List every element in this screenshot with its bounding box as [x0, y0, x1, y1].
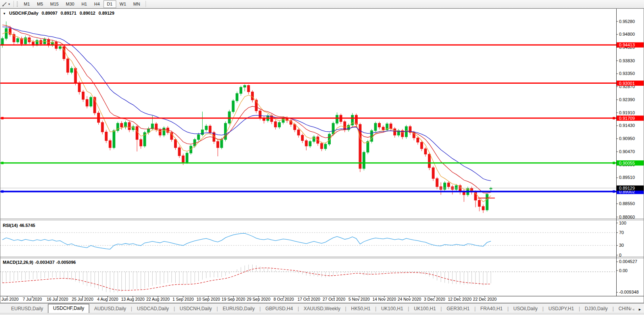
chart-window[interactable]: 0.952800.948000.943200.938300.933500.928… [0, 8, 644, 303]
svg-text:30: 30 [619, 243, 624, 248]
svg-text:4 Aug 2020: 4 Aug 2020 [97, 297, 118, 302]
timeframe-button-mn[interactable]: MN [130, 0, 144, 8]
svg-text:100: 100 [619, 221, 626, 225]
svg-text:17 Oct 2020: 17 Oct 2020 [297, 297, 320, 302]
timeframe-button-m30[interactable]: M30 [62, 0, 78, 8]
chart-tab-ger30[interactable]: GER30,H1 [442, 305, 474, 313]
chart-tab-usdjpy[interactable]: USDJPY,H1 [544, 305, 579, 313]
svg-text:0.88060: 0.88060 [619, 215, 635, 219]
macd-histogram [2, 265, 491, 292]
chart-tab-usdcad[interactable]: USDCAD,Daily [132, 305, 174, 313]
svg-text:25 Jul 2020: 25 Jul 2020 [72, 297, 93, 302]
svg-text:0.94413: 0.94413 [619, 42, 635, 47]
svg-text:12 Dec 2020: 12 Dec 2020 [448, 297, 472, 302]
current-price-label: 0.89129 [617, 186, 644, 191]
svg-text:19 Sep 2020: 19 Sep 2020 [222, 297, 245, 302]
chart-title: ▼ USDCHF,Daily 0.89097 0.89171 0.89012 0… [3, 11, 116, 15]
svg-text:3 Dec 2020: 3 Dec 2020 [424, 297, 445, 302]
svg-text:0.93001: 0.93001 [619, 81, 635, 86]
svg-text:0.93830: 0.93830 [619, 58, 635, 63]
tab-scroll-right-icon[interactable]: ► [638, 308, 642, 311]
svg-text:0.92390: 0.92390 [619, 97, 635, 102]
timeframe-button-w1[interactable]: W1 [116, 0, 130, 8]
chart-tab-eurusd[interactable]: EURUSD,Daily [6, 305, 48, 313]
svg-text:27 Oct 2020: 27 Oct 2020 [323, 297, 345, 302]
svg-text:29 Sep 2020: 29 Sep 2020 [247, 297, 270, 302]
timeframe-button-m15[interactable]: M15 [47, 0, 62, 8]
svg-text:5 Nov 2020: 5 Nov 2020 [349, 297, 370, 302]
rsi-line [2, 233, 491, 249]
rsi-axis[interactable]: 10070300 [616, 221, 626, 257]
ohlc-low: 0.89012 [80, 11, 96, 15]
ma-mid-line [2, 25, 491, 193]
svg-text:0.91709: 0.91709 [619, 116, 635, 121]
svg-text:0.90950: 0.90950 [619, 136, 635, 141]
svg-text:27 Jun 2020: 27 Jun 2020 [0, 297, 19, 302]
symbol-label: USDCHF,Daily [9, 11, 38, 15]
svg-text:0.95280: 0.95280 [619, 19, 635, 24]
chart-tab-xauusd[interactable]: XAUUSD,Weekly [299, 305, 345, 313]
ohlc-open: 0.89097 [42, 11, 58, 15]
svg-text:22 Dec 2020: 22 Dec 2020 [473, 297, 497, 302]
tool-dropdown-caret[interactable]: ▾ [8, 2, 10, 6]
horizontal-line-0.91709[interactable]: 0.91709 [0, 115, 644, 121]
chart-canvas[interactable]: 0.952800.948000.943200.938300.933500.928… [0, 8, 644, 303]
crosshair-pencil-icon [2, 1, 8, 7]
horizontal-line-0.94413[interactable]: 0.94413 [0, 42, 644, 48]
ma-slow-line [2, 27, 491, 181]
timeframe-button-m5[interactable]: M5 [33, 0, 46, 8]
horizontal-line-0.90055[interactable]: 0.90055 [0, 160, 644, 165]
svg-text:7 Jul 2020: 7 Jul 2020 [23, 297, 42, 302]
horizontal-line-0.89002[interactable]: 0.89002 [0, 189, 644, 194]
toolbar-grip[interactable] [17, 2, 18, 7]
svg-text:0.93350: 0.93350 [619, 71, 635, 76]
svg-text:14 Nov 2020: 14 Nov 2020 [372, 297, 396, 302]
svg-text:0.90055: 0.90055 [619, 161, 635, 165]
date-axis[interactable]: 27 Jun 20207 Jul 202016 Jul 202025 Jul 2… [0, 296, 497, 302]
svg-text:0.89129: 0.89129 [619, 186, 635, 190]
chart-tab-china300[interactable]: CHINA300,H1 [614, 305, 631, 313]
horizontal-line-0.93001[interactable]: 0.93001 [0, 81, 644, 86]
chart-tab-usoil[interactable]: USOil,Daily [509, 305, 542, 313]
svg-text:24 Nov 2020: 24 Nov 2020 [398, 297, 422, 302]
chart-tab-hk50[interactable]: HK50,H1 [346, 305, 375, 313]
svg-text:0.88550: 0.88550 [619, 201, 635, 206]
svg-text:0.91910: 0.91910 [619, 110, 635, 115]
svg-text:0.00: 0.00 [619, 268, 627, 273]
svg-text:10 Sep 2020: 10 Sep 2020 [196, 297, 220, 302]
svg-text:0.004527: 0.004527 [619, 259, 637, 264]
svg-text:0.91430: 0.91430 [619, 123, 635, 128]
svg-text:0.90470: 0.90470 [619, 149, 635, 154]
toolbar-separator [146, 1, 146, 7]
chart-tab-uk100[interactable]: UK100,H1 [409, 305, 441, 313]
chart-tab-uk100[interactable]: UK100,H1 [376, 305, 408, 313]
top-toolbar: ▾ M1M5M15M30H1H4D1W1MN [0, 0, 644, 8]
svg-text:1 Sep 2020: 1 Sep 2020 [172, 297, 194, 302]
svg-text:0.94800: 0.94800 [619, 32, 635, 36]
timeframe-button-h1[interactable]: H1 [78, 0, 90, 8]
ma-fast-line [2, 32, 491, 202]
svg-text:16 Jul 2020: 16 Jul 2020 [47, 297, 68, 302]
chart-tab-usdcnh[interactable]: USDCNH,Daily [175, 305, 217, 313]
timeframe-button-m1[interactable]: M1 [20, 0, 33, 8]
chart-tab-audusd[interactable]: AUDUSD,Daily [89, 305, 131, 313]
timeframe-button-h4[interactable]: H4 [90, 0, 103, 8]
chart-tab-gbpusd[interactable]: GBPUSD,H4 [261, 305, 297, 313]
draw-tool-button[interactable]: ▾ [0, 0, 12, 8]
tab-scroll-left-icon[interactable]: ◄ [631, 308, 635, 311]
chart-tab-eurusd[interactable]: EURUSD,Daily [218, 305, 259, 313]
macd-signal-line [2, 268, 491, 290]
timeframe-button-d1[interactable]: D1 [104, 0, 116, 8]
svg-text:22 Aug 2020: 22 Aug 2020 [146, 297, 170, 302]
symbol-dropdown-icon[interactable]: ▼ [3, 12, 6, 15]
macd-axis[interactable]: 0.0045270.00-0.009348 [616, 259, 639, 294]
svg-text:70: 70 [619, 230, 624, 235]
svg-text:-0.009348: -0.009348 [619, 290, 639, 294]
chart-tab-fra40[interactable]: FRA40,H1 [475, 305, 507, 313]
chart-tab-dj30[interactable]: DJ30,Daily [580, 305, 613, 313]
chart-tab-bar: EURUSD,DailyUSDCHF,DailyAUDUSD,Daily|USD… [0, 303, 644, 313]
rsi-indicator-label: RSI(14)46.5745 [3, 223, 37, 228]
svg-text:13 Aug 2020: 13 Aug 2020 [121, 297, 145, 302]
ohlc-high: 0.89171 [61, 11, 77, 15]
chart-tab-usdchf[interactable]: USDCHF,Daily [48, 304, 90, 313]
